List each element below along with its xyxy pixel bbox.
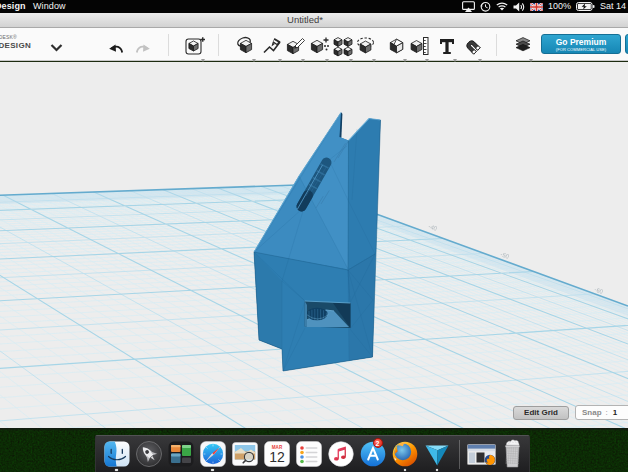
volume-menu-item[interactable] (513, 2, 525, 12)
model-3d-object[interactable] (254, 113, 381, 372)
menu-bar: Design Window 100% Sat 14 (0, 0, 628, 13)
window-title-bar[interactable]: Untitled* (0, 13, 628, 28)
calendar-day-label: 12 (269, 449, 285, 465)
menu-chevron-icon[interactable] (50, 44, 63, 52)
tool-dropdown-caret (529, 59, 533, 62)
material-tool-icon (512, 35, 534, 57)
dock-item-firefox[interactable] (392, 441, 418, 467)
tool-transform[interactable] (183, 35, 207, 61)
sketch-tool-icon (261, 35, 283, 57)
snap-label: Snap (582, 406, 602, 419)
dock-item-finder[interactable] (104, 441, 130, 467)
grid-axis-label: -40 (428, 223, 439, 232)
tool-dropdown-caret (453, 59, 457, 62)
snap-tool-icon (461, 35, 483, 57)
tool-dropdown-caret (278, 59, 282, 62)
pattern-tool-icon (332, 35, 354, 57)
tool-snap[interactable] (460, 35, 484, 61)
tool-modify[interactable] (307, 35, 331, 61)
undo-button[interactable] (108, 40, 124, 52)
app-store-badge: 2 (373, 438, 383, 448)
battery-percent: 100% (548, 0, 571, 13)
keyboard-layout-menu-item[interactable] (530, 3, 543, 11)
primitives-tool-icon (235, 35, 257, 57)
tool-construct[interactable] (283, 35, 307, 61)
window-title: Untitled* (0, 13, 628, 27)
redo-icon (135, 42, 151, 54)
snap-control[interactable]: Snap:1 (575, 405, 628, 420)
tool-dropdown-caret (425, 59, 429, 62)
volume-icon (513, 2, 525, 12)
dock-item-design-123d[interactable] (424, 441, 450, 467)
transform-tool-icon (184, 35, 206, 57)
toolbar: AUTODESK® 123D DESIGN Go Premium (FOR CO… (0, 28, 628, 61)
tool-dropdown-caret (372, 59, 376, 62)
firefox-icon (392, 441, 418, 467)
preview-icon (232, 441, 258, 467)
window-shadow (0, 428, 628, 431)
logo-product: 123D DESIGN (0, 42, 31, 50)
grid-axis-label: -50 (500, 251, 511, 260)
snap-value[interactable]: 1 (613, 406, 617, 419)
edit-grid-button[interactable]: Edit Grid (513, 406, 569, 420)
tool-text[interactable] (435, 35, 459, 61)
snap-separator: : (606, 406, 608, 419)
dock: MAR 12 2 (95, 435, 530, 472)
airplay-icon (462, 1, 475, 12)
tool-measure[interactable] (407, 35, 431, 61)
toolbar-separator (218, 34, 219, 56)
running-indicator (404, 469, 407, 472)
construct-tool-icon (284, 35, 306, 57)
running-indicator (211, 469, 214, 472)
tool-primitives[interactable] (234, 35, 258, 61)
grouping-tool-icon (355, 35, 377, 57)
battery-charging-icon (576, 1, 595, 12)
dock-item-minimized-firefox-window[interactable] (467, 444, 496, 465)
menu-window[interactable]: Window (33, 0, 66, 13)
battery-menu-item[interactable] (576, 1, 595, 12)
viewport-3d[interactable]: -40 -50 -60 Edit Grid Snap:1 (0, 62, 628, 428)
redo-button[interactable] (135, 40, 151, 52)
menu-status-area: 100% Sat 14 (462, 0, 628, 13)
premium-label: Go Premium (542, 37, 620, 47)
dock-item-reminders[interactable] (296, 441, 322, 467)
itunes-icon (328, 441, 354, 467)
tool-dropdown-caret (301, 59, 305, 62)
undo-icon (108, 42, 124, 54)
tool-material[interactable] (511, 35, 535, 61)
go-premium-button[interactable]: Go Premium (FOR COMMERCIAL USE) (541, 34, 621, 54)
tool-dropdown-caret (325, 59, 329, 62)
airplay-menu-item[interactable] (462, 1, 475, 12)
uk-flag-icon (530, 3, 543, 11)
scene-3d: -40 -50 -60 (0, 62, 628, 428)
combine-tool-icon (386, 35, 408, 57)
dock-item-itunes[interactable] (328, 441, 354, 467)
tool-grouping[interactable] (354, 35, 378, 61)
dock-item-preview[interactable] (232, 441, 258, 467)
menu-clock[interactable]: Sat 14 (600, 0, 626, 13)
toolbar-separator (168, 34, 169, 56)
dock-item-calendar[interactable]: MAR 12 (264, 441, 290, 467)
tool-dropdown-caret (349, 59, 353, 62)
tool-dropdown-caret (252, 59, 256, 62)
dock-item-launchpad[interactable] (136, 441, 162, 467)
text-tool-icon (436, 35, 458, 57)
wifi-icon (496, 2, 508, 11)
dock-item-trash[interactable] (503, 439, 522, 468)
launchpad-icon (136, 441, 162, 467)
dock-item-safari[interactable] (200, 441, 226, 467)
safari-icon (200, 441, 226, 467)
tool-pattern[interactable] (331, 35, 355, 61)
toolbar-separator (496, 34, 497, 56)
time-machine-menu-item[interactable] (480, 1, 491, 12)
tool-dropdown-caret (478, 59, 482, 62)
time-machine-icon (480, 1, 491, 12)
dashboard-icon (168, 441, 194, 467)
tool-combine[interactable] (385, 35, 409, 61)
dock-item-dashboard[interactable] (168, 441, 194, 467)
trash-full-icon (503, 439, 522, 468)
tool-sketch[interactable] (260, 35, 284, 61)
measure-tool-icon (408, 35, 430, 57)
wifi-menu-item[interactable] (496, 2, 508, 11)
menu-app[interactable]: Design (0, 0, 26, 13)
